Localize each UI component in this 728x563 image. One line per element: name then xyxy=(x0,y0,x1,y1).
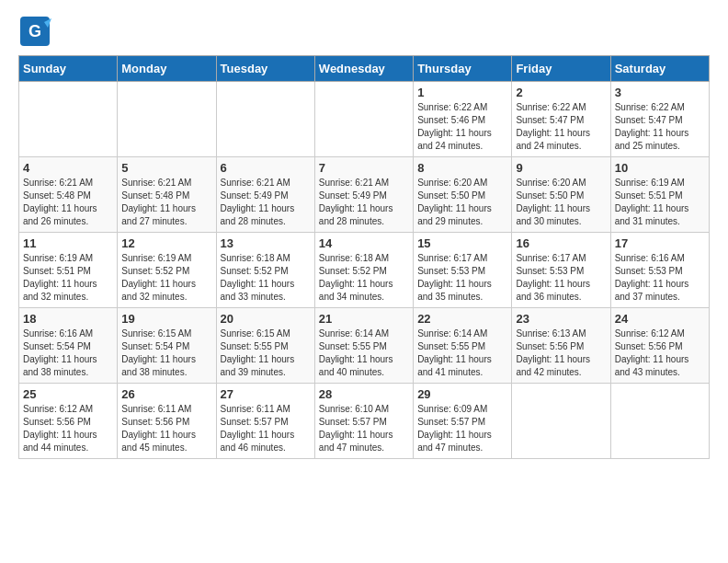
week-row-3: 11Sunrise: 6:19 AM Sunset: 5:51 PM Dayli… xyxy=(19,233,710,308)
day-cell xyxy=(216,82,314,157)
day-info: Sunrise: 6:19 AM Sunset: 5:51 PM Dayligh… xyxy=(23,252,113,304)
day-cell: 5Sunrise: 6:21 AM Sunset: 5:48 PM Daylig… xyxy=(118,157,216,233)
day-info: Sunrise: 6:16 AM Sunset: 5:54 PM Dayligh… xyxy=(23,327,113,379)
day-cell: 14Sunrise: 6:18 AM Sunset: 5:52 PM Dayli… xyxy=(314,233,413,308)
day-cell xyxy=(118,82,216,157)
svg-text:G: G xyxy=(28,22,41,40)
day-info: Sunrise: 6:22 AM Sunset: 5:46 PM Dayligh… xyxy=(417,101,507,153)
day-info: Sunrise: 6:15 AM Sunset: 5:54 PM Dayligh… xyxy=(121,327,211,379)
day-cell: 28Sunrise: 6:10 AM Sunset: 5:57 PM Dayli… xyxy=(314,384,413,459)
day-cell: 1Sunrise: 6:22 AM Sunset: 5:46 PM Daylig… xyxy=(414,82,512,157)
day-cell: 19Sunrise: 6:15 AM Sunset: 5:54 PM Dayli… xyxy=(118,308,216,384)
day-number: 13 xyxy=(221,236,311,250)
day-info: Sunrise: 6:20 AM Sunset: 5:50 PM Dayligh… xyxy=(417,177,507,228)
day-cell xyxy=(19,82,118,157)
logo-icon: G xyxy=(18,15,51,48)
day-number: 2 xyxy=(516,86,606,99)
day-cell xyxy=(610,384,709,459)
day-info: Sunrise: 6:11 AM Sunset: 5:56 PM Dayligh… xyxy=(121,403,211,454)
day-cell: 16Sunrise: 6:17 AM Sunset: 5:53 PM Dayli… xyxy=(512,233,610,308)
day-info: Sunrise: 6:12 AM Sunset: 5:56 PM Dayligh… xyxy=(615,327,705,379)
day-info: Sunrise: 6:21 AM Sunset: 5:49 PM Dayligh… xyxy=(221,177,311,228)
day-number: 18 xyxy=(23,312,113,326)
day-number: 21 xyxy=(319,312,409,326)
day-cell: 4Sunrise: 6:21 AM Sunset: 5:48 PM Daylig… xyxy=(19,157,118,233)
day-cell: 6Sunrise: 6:21 AM Sunset: 5:49 PM Daylig… xyxy=(216,157,314,233)
day-info: Sunrise: 6:11 AM Sunset: 5:57 PM Dayligh… xyxy=(221,403,311,454)
weekday-saturday: Saturday xyxy=(610,56,709,82)
weekday-header-row: SundayMondayTuesdayWednesdayThursdayFrid… xyxy=(19,56,710,82)
day-info: Sunrise: 6:20 AM Sunset: 5:50 PM Dayligh… xyxy=(516,177,606,228)
day-number: 23 xyxy=(516,312,606,326)
day-info: Sunrise: 6:09 AM Sunset: 5:57 PM Dayligh… xyxy=(417,403,507,454)
day-number: 24 xyxy=(615,312,705,326)
weekday-monday: Monday xyxy=(118,56,216,82)
day-cell: 12Sunrise: 6:19 AM Sunset: 5:52 PM Dayli… xyxy=(118,233,216,308)
day-cell: 27Sunrise: 6:11 AM Sunset: 5:57 PM Dayli… xyxy=(216,384,314,459)
day-number: 20 xyxy=(221,312,311,326)
day-cell: 22Sunrise: 6:14 AM Sunset: 5:55 PM Dayli… xyxy=(414,308,512,384)
calendar-table: SundayMondayTuesdayWednesdayThursdayFrid… xyxy=(18,55,710,459)
day-info: Sunrise: 6:18 AM Sunset: 5:52 PM Dayligh… xyxy=(319,252,409,304)
calendar-body: 1Sunrise: 6:22 AM Sunset: 5:46 PM Daylig… xyxy=(19,82,710,459)
day-cell: 25Sunrise: 6:12 AM Sunset: 5:56 PM Dayli… xyxy=(19,384,118,459)
day-number: 26 xyxy=(121,387,211,401)
day-cell xyxy=(314,82,413,157)
day-number: 6 xyxy=(221,161,311,175)
day-cell: 9Sunrise: 6:20 AM Sunset: 5:50 PM Daylig… xyxy=(512,157,610,233)
day-cell xyxy=(512,384,610,459)
weekday-wednesday: Wednesday xyxy=(314,56,413,82)
header: G xyxy=(18,15,710,48)
week-row-5: 25Sunrise: 6:12 AM Sunset: 5:56 PM Dayli… xyxy=(19,384,710,459)
day-cell: 7Sunrise: 6:21 AM Sunset: 5:49 PM Daylig… xyxy=(314,157,413,233)
day-info: Sunrise: 6:21 AM Sunset: 5:48 PM Dayligh… xyxy=(121,177,211,228)
day-info: Sunrise: 6:19 AM Sunset: 5:52 PM Dayligh… xyxy=(121,252,211,304)
day-info: Sunrise: 6:22 AM Sunset: 5:47 PM Dayligh… xyxy=(615,101,705,153)
day-info: Sunrise: 6:18 AM Sunset: 5:52 PM Dayligh… xyxy=(221,252,311,304)
day-info: Sunrise: 6:13 AM Sunset: 5:56 PM Dayligh… xyxy=(516,327,606,379)
day-number: 28 xyxy=(319,387,409,401)
day-cell: 20Sunrise: 6:15 AM Sunset: 5:55 PM Dayli… xyxy=(216,308,314,384)
day-cell: 2Sunrise: 6:22 AM Sunset: 5:47 PM Daylig… xyxy=(512,82,610,157)
day-cell: 18Sunrise: 6:16 AM Sunset: 5:54 PM Dayli… xyxy=(19,308,118,384)
day-number: 15 xyxy=(417,236,507,250)
day-number: 19 xyxy=(121,312,211,326)
weekday-tuesday: Tuesday xyxy=(216,56,314,82)
day-cell: 10Sunrise: 6:19 AM Sunset: 5:51 PM Dayli… xyxy=(610,157,709,233)
day-info: Sunrise: 6:15 AM Sunset: 5:55 PM Dayligh… xyxy=(221,327,311,379)
day-number: 10 xyxy=(615,161,705,175)
day-cell: 15Sunrise: 6:17 AM Sunset: 5:53 PM Dayli… xyxy=(414,233,512,308)
day-number: 14 xyxy=(319,236,409,250)
day-number: 8 xyxy=(417,161,507,175)
day-number: 29 xyxy=(417,387,507,401)
logo: G xyxy=(18,15,55,48)
day-cell: 3Sunrise: 6:22 AM Sunset: 5:47 PM Daylig… xyxy=(610,82,709,157)
day-cell: 24Sunrise: 6:12 AM Sunset: 5:56 PM Dayli… xyxy=(610,308,709,384)
day-number: 11 xyxy=(23,236,113,250)
day-info: Sunrise: 6:21 AM Sunset: 5:48 PM Dayligh… xyxy=(23,177,113,228)
day-cell: 29Sunrise: 6:09 AM Sunset: 5:57 PM Dayli… xyxy=(414,384,512,459)
week-row-4: 18Sunrise: 6:16 AM Sunset: 5:54 PM Dayli… xyxy=(19,308,710,384)
day-number: 4 xyxy=(23,161,113,175)
day-number: 25 xyxy=(23,387,113,401)
day-cell: 13Sunrise: 6:18 AM Sunset: 5:52 PM Dayli… xyxy=(216,233,314,308)
day-number: 9 xyxy=(516,161,606,175)
weekday-sunday: Sunday xyxy=(19,56,118,82)
weekday-friday: Friday xyxy=(512,56,610,82)
day-number: 27 xyxy=(221,387,311,401)
week-row-2: 4Sunrise: 6:21 AM Sunset: 5:48 PM Daylig… xyxy=(19,157,710,233)
day-number: 12 xyxy=(121,236,211,250)
day-number: 16 xyxy=(516,236,606,250)
day-info: Sunrise: 6:12 AM Sunset: 5:56 PM Dayligh… xyxy=(23,403,113,454)
day-cell: 11Sunrise: 6:19 AM Sunset: 5:51 PM Dayli… xyxy=(19,233,118,308)
week-row-1: 1Sunrise: 6:22 AM Sunset: 5:46 PM Daylig… xyxy=(19,82,710,157)
day-info: Sunrise: 6:21 AM Sunset: 5:49 PM Dayligh… xyxy=(319,177,409,228)
day-info: Sunrise: 6:14 AM Sunset: 5:55 PM Dayligh… xyxy=(417,327,507,379)
day-cell: 26Sunrise: 6:11 AM Sunset: 5:56 PM Dayli… xyxy=(118,384,216,459)
day-number: 22 xyxy=(417,312,507,326)
day-number: 17 xyxy=(615,236,705,250)
day-cell: 8Sunrise: 6:20 AM Sunset: 5:50 PM Daylig… xyxy=(414,157,512,233)
day-info: Sunrise: 6:16 AM Sunset: 5:53 PM Dayligh… xyxy=(615,252,705,304)
day-number: 3 xyxy=(615,86,705,99)
day-info: Sunrise: 6:22 AM Sunset: 5:47 PM Dayligh… xyxy=(516,101,606,153)
